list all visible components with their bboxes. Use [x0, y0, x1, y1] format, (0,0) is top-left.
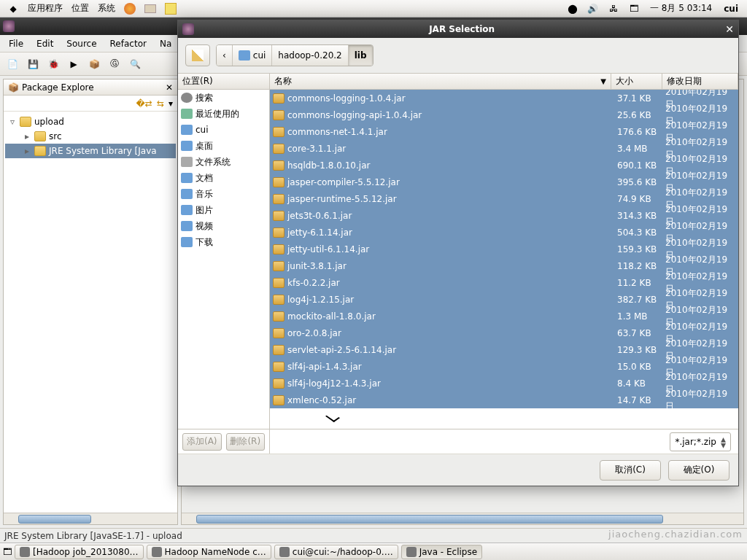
- file-list[interactable]: commons-logging-1.0.4.jar37.1 KB2010年02月…: [270, 90, 738, 429]
- view-menu-icon[interactable]: ▾: [169, 98, 173, 109]
- filter-combo[interactable]: *.jar;*.zip ▴▾: [670, 432, 731, 451]
- file-size: 14.7 KB: [617, 395, 665, 405]
- apps-menu[interactable]: 应用程序: [23, 2, 67, 15]
- dialog-title: JAR Selection: [198, 24, 725, 34]
- edit-path-button[interactable]: [185, 44, 210, 66]
- display-icon[interactable]: 🗔: [627, 1, 641, 16]
- accessibility-icon[interactable]: ⬤: [565, 1, 580, 16]
- menu-file[interactable]: File: [3, 37, 29, 50]
- place-row[interactable]: 图片: [178, 202, 269, 218]
- crumb-hadoop[interactable]: hadoop-0.20.2: [272, 45, 348, 66]
- new-button[interactable]: 📄: [4, 56, 20, 72]
- file-name: slf4j-log4j12-1.4.3.jar: [287, 378, 381, 389]
- network-icon[interactable]: 🖧: [606, 1, 621, 16]
- tree-jre[interactable]: ▸ JRE System Library [Java: [5, 144, 176, 158]
- link-icon[interactable]: ⇆: [157, 98, 164, 109]
- volume-icon[interactable]: 🔊: [586, 1, 600, 16]
- place-label: 文件系统: [196, 156, 231, 168]
- place-label: 最近使用的: [196, 108, 239, 120]
- place-row[interactable]: 搜索: [178, 90, 269, 106]
- file-row[interactable]: xmlenc-0.52.jar14.7 KB2010年02月19日: [270, 392, 738, 408]
- file-size: 159.3 KB: [617, 244, 665, 254]
- jar-icon: [273, 194, 285, 204]
- view-close-icon[interactable]: ✕: [166, 82, 173, 93]
- place-row[interactable]: cui: [178, 122, 269, 138]
- package-button[interactable]: 📦: [86, 56, 102, 72]
- crumb-home[interactable]: cui: [233, 45, 273, 66]
- system-menu[interactable]: 系统: [93, 2, 120, 15]
- project-tree[interactable]: ▿ upload ▸ src ▸ JRE System Library [Jav…: [4, 112, 177, 513]
- debug-button[interactable]: 🐞: [45, 56, 61, 72]
- menu-source[interactable]: Source: [61, 37, 102, 50]
- jar-icon: [273, 311, 285, 322]
- jar-icon: [273, 244, 285, 254]
- search-button[interactable]: 🔍: [127, 56, 143, 72]
- filter-row: *.jar;*.zip ▴▾: [270, 429, 738, 454]
- file-size: 3.4 MB: [617, 144, 665, 154]
- col-name[interactable]: 名称▼: [270, 74, 611, 89]
- task-button[interactable]: Java - Eclipse: [401, 545, 482, 559]
- back-button[interactable]: ‹: [217, 45, 233, 66]
- menu-edit[interactable]: Edit: [31, 37, 59, 50]
- view-tab[interactable]: 📦 Package Explore ✕: [4, 79, 177, 96]
- place-row[interactable]: 文档: [178, 170, 269, 186]
- places-menu[interactable]: 位置: [67, 2, 93, 15]
- file-name: xmlenc-0.52.jar: [287, 395, 356, 405]
- file-name: commons-logging-api-1.0.4.jar: [287, 110, 422, 120]
- task-button[interactable]: cui@cui:~/hadoop-0.…: [274, 545, 398, 559]
- jar-icon: [273, 395, 285, 405]
- expander-icon[interactable]: ▸: [23, 146, 31, 156]
- expander-icon[interactable]: ▿: [8, 117, 17, 127]
- menu-navigate[interactable]: Na: [154, 37, 177, 50]
- tree-project[interactable]: ▿ upload: [5, 114, 176, 129]
- file-date: 2010年02月19日: [665, 388, 738, 413]
- gnome-top-panel: ◆ 应用程序 位置 系统 ⬤ 🔊 🖧 🗔 一 8月 5 03:14 cui: [0, 0, 747, 18]
- file-name: jetty-6.1.14.jar: [287, 228, 352, 238]
- place-row[interactable]: 文件系统: [178, 154, 269, 170]
- add-place-button[interactable]: 添加(A): [182, 433, 222, 451]
- place-row[interactable]: 下载: [178, 234, 269, 250]
- type-button[interactable]: Ⓖ: [107, 56, 123, 72]
- place-row[interactable]: 音乐: [178, 186, 269, 202]
- file-name: jasper-runtime-5.5.12.jar: [287, 194, 397, 204]
- user-menu[interactable]: cui: [718, 4, 744, 14]
- show-desktop-icon[interactable]: 🗔: [3, 547, 12, 557]
- menu-refactor[interactable]: Refactor: [104, 37, 152, 50]
- evolution-icon[interactable]: [143, 1, 158, 16]
- crumb-lib[interactable]: lib: [349, 45, 373, 66]
- task-button[interactable]: Hadoop NameNode c…: [147, 545, 271, 559]
- gnome-logo-icon[interactable]: ◆: [6, 1, 20, 16]
- notes-icon[interactable]: [163, 1, 178, 16]
- places-list[interactable]: 搜索最近使用的cui桌面文件系统文档音乐图片视频下载: [178, 90, 269, 429]
- task-label: [Hadoop job_2013080…: [33, 547, 139, 557]
- close-icon[interactable]: ✕: [725, 23, 734, 35]
- expander-icon[interactable]: ▸: [23, 131, 31, 141]
- places-header: 位置(R): [178, 74, 269, 90]
- file-name: jetty-util-6.1.14.jar: [287, 244, 369, 254]
- save-button[interactable]: 💾: [25, 56, 41, 72]
- place-row[interactable]: 桌面: [178, 138, 269, 154]
- cancel-button[interactable]: 取消(C): [600, 460, 661, 481]
- file-name: mockito-all-1.8.0.jar: [287, 311, 376, 322]
- task-button[interactable]: [Hadoop job_2013080…: [15, 545, 144, 559]
- remove-place-button[interactable]: 删除(R): [226, 433, 266, 451]
- dialog-titlebar[interactable]: JAR Selection ✕: [178, 20, 738, 38]
- place-label: 搜索: [196, 92, 213, 104]
- hscrollbar[interactable]: [4, 513, 177, 524]
- file-name: hsqldb-1.8.0.10.jar: [287, 160, 370, 171]
- file-size: 25.6 KB: [617, 110, 665, 120]
- firefox-icon[interactable]: [123, 1, 137, 16]
- place-row[interactable]: 视频: [178, 218, 269, 234]
- file-size: 74.9 KB: [617, 194, 665, 204]
- hscrollbar[interactable]: [182, 513, 743, 524]
- col-date[interactable]: 修改日期: [662, 74, 738, 89]
- file-size: 314.3 KB: [617, 211, 665, 221]
- collapse-icon[interactable]: �⇄: [136, 98, 152, 109]
- clock[interactable]: 一 8月 5 03:14: [644, 2, 718, 15]
- package-explorer-view: 📦 Package Explore ✕ �⇄ ⇆ ▾ ▿ upload ▸: [3, 79, 178, 525]
- place-row[interactable]: 最近使用的: [178, 106, 269, 122]
- run-button[interactable]: ▶: [66, 56, 82, 72]
- ok-button[interactable]: 确定(O): [668, 460, 729, 481]
- tree-src[interactable]: ▸ src: [5, 129, 176, 144]
- col-size[interactable]: 大小: [611, 74, 662, 89]
